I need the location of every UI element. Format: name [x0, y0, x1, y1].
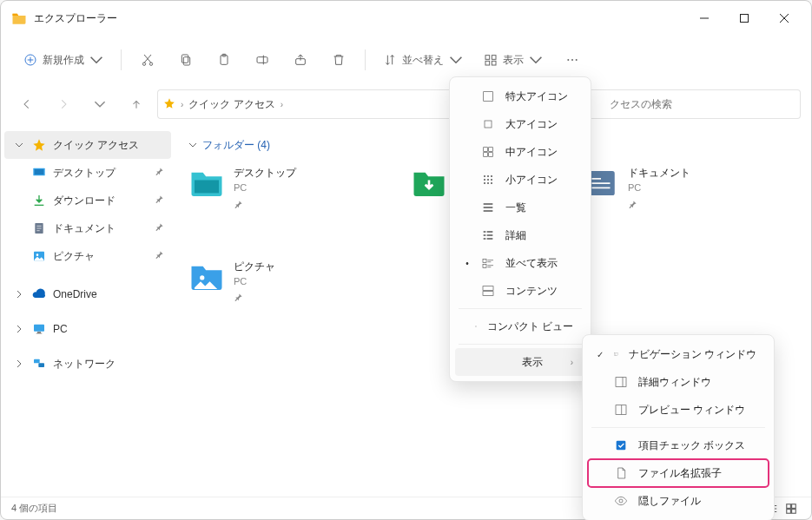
svg-point-3: [149, 63, 152, 65]
sidebar-item-pc[interactable]: PC: [1, 315, 175, 343]
folder-item-documents[interactable]: ドキュメント PC: [583, 165, 782, 214]
svg-rect-8: [257, 57, 267, 63]
show-nav-pane[interactable]: ✓ナビゲーション ウィンドウ: [588, 340, 769, 368]
show-item-checkboxes[interactable]: 項目チェック ボックス: [588, 431, 769, 459]
network-icon: [32, 357, 46, 371]
svg-point-2: [142, 63, 145, 65]
cloud-icon: [32, 287, 46, 301]
folder-item-pictures[interactable]: ピクチャ PC: [188, 259, 388, 307]
search-input[interactable]: [610, 98, 791, 110]
view-medium[interactable]: 中アイコン: [455, 138, 585, 166]
close-button[interactable]: [764, 4, 804, 32]
svg-rect-23: [37, 332, 41, 332]
window-title: エクスプローラー: [34, 11, 117, 26]
share-button[interactable]: [283, 44, 318, 76]
svg-rect-56: [617, 441, 626, 451]
file-icon: [614, 466, 628, 480]
desktop-icon: [32, 166, 46, 180]
paste-button[interactable]: [207, 44, 241, 76]
svg-rect-52: [483, 292, 493, 296]
svg-point-48: [491, 182, 492, 184]
pane-icon: [614, 403, 628, 417]
view-label: 表示: [503, 53, 524, 68]
maximize-button[interactable]: [724, 4, 764, 32]
svg-rect-24: [36, 333, 43, 334]
folder-item-desktop[interactable]: デスクトップ PC: [188, 165, 388, 214]
show-preview-pane[interactable]: プレビュー ウィンドウ: [588, 396, 769, 424]
thumbnail-view-button[interactable]: [782, 500, 801, 517]
svg-rect-13: [492, 61, 496, 65]
content-icon: [481, 284, 495, 298]
grid-icon: [481, 173, 495, 187]
svg-rect-22: [34, 325, 44, 332]
copy-button[interactable]: [168, 44, 203, 76]
sidebar-item-desktop[interactable]: デスクトップ: [1, 159, 175, 187]
search-box[interactable]: [601, 89, 801, 119]
more-button[interactable]: [555, 44, 590, 76]
view-content[interactable]: コンテンツ: [455, 277, 585, 305]
sidebar-item-downloads[interactable]: ダウンロード: [1, 187, 175, 214]
svg-point-40: [484, 175, 485, 177]
sidebar-item-onedrive[interactable]: OneDrive: [1, 280, 175, 308]
svg-rect-33: [792, 509, 796, 513]
back-button[interactable]: [11, 89, 43, 120]
view-tiles[interactable]: •並べて表示: [455, 249, 585, 277]
pane-icon: [614, 375, 628, 389]
compact-icon: [475, 319, 477, 333]
grid-icon: [481, 145, 495, 159]
sidebar-item-label: ネットワーク: [53, 357, 116, 372]
sidebar-item-label: ドキュメント: [53, 221, 116, 236]
folder-item-downloads[interactable]: [411, 165, 447, 214]
sidebar-item-label: OneDrive: [53, 288, 97, 300]
sort-button[interactable]: 並べ替え: [374, 44, 472, 76]
group-label: フォルダー (4): [202, 138, 270, 153]
pin-icon: [155, 250, 164, 262]
view-show-submenu[interactable]: 表示›: [455, 348, 585, 376]
svg-rect-5: [183, 57, 189, 65]
view-large[interactable]: 大アイコン: [455, 110, 585, 138]
view-list[interactable]: 一覧: [455, 194, 585, 221]
forward-button[interactable]: [48, 89, 79, 120]
show-details-pane[interactable]: 詳細ウィンドウ: [588, 368, 769, 396]
show-file-extensions[interactable]: ファイル名拡張子: [588, 459, 769, 487]
view-button[interactable]: 表示: [475, 44, 551, 76]
breadcrumb-root[interactable]: クイック アクセス: [188, 97, 274, 112]
svg-point-46: [484, 182, 485, 184]
chevron-right-icon: [13, 323, 25, 335]
eye-icon: [614, 494, 628, 508]
status-count: 4 個の項目: [11, 502, 57, 515]
sidebar-item-quick-access[interactable]: クイック アクセス: [4, 131, 171, 159]
item-sub: PC: [628, 181, 690, 195]
svg-point-16: [576, 59, 578, 61]
view-compact[interactable]: コンパクト ビュー: [455, 313, 585, 340]
show-hidden-files[interactable]: 隠しファイル: [588, 487, 769, 515]
svg-rect-51: [483, 286, 493, 291]
svg-rect-31: [792, 504, 796, 508]
show-submenu: ✓ナビゲーション ウィンドウ 詳細ウィンドウ プレビュー ウィンドウ 項目チェッ…: [582, 334, 775, 520]
up-button[interactable]: [121, 89, 152, 120]
sidebar-item-pictures[interactable]: ピクチャ: [1, 242, 175, 270]
svg-rect-10: [485, 56, 490, 60]
item-sub: PC: [234, 181, 296, 195]
item-name: デスクトップ: [234, 165, 296, 181]
svg-rect-49: [483, 259, 486, 262]
sidebar-item-network[interactable]: ネットワーク: [1, 350, 175, 378]
item-name: ドキュメント: [628, 165, 690, 181]
sidebar-item-documents[interactable]: ドキュメント: [1, 214, 175, 242]
recent-button[interactable]: [84, 89, 116, 120]
delete-button[interactable]: [321, 44, 356, 76]
new-button[interactable]: 新規作成: [15, 44, 112, 76]
sort-label: 並べ替え: [402, 53, 444, 68]
pin-icon: [234, 198, 296, 214]
view-details[interactable]: 詳細: [455, 221, 585, 249]
list-icon: [481, 201, 495, 214]
rename-button[interactable]: [245, 44, 280, 76]
minimize-button[interactable]: [684, 4, 724, 32]
svg-rect-26: [38, 363, 44, 367]
cut-button[interactable]: [130, 44, 165, 76]
toolbar: 新規作成 並べ替え 表示: [1, 36, 811, 84]
sidebar-item-label: クイック アクセス: [53, 138, 139, 153]
view-small[interactable]: 小アイコン: [455, 166, 585, 194]
view-extra-large[interactable]: 特大アイコン: [455, 82, 585, 110]
monitor-icon: [32, 322, 46, 336]
